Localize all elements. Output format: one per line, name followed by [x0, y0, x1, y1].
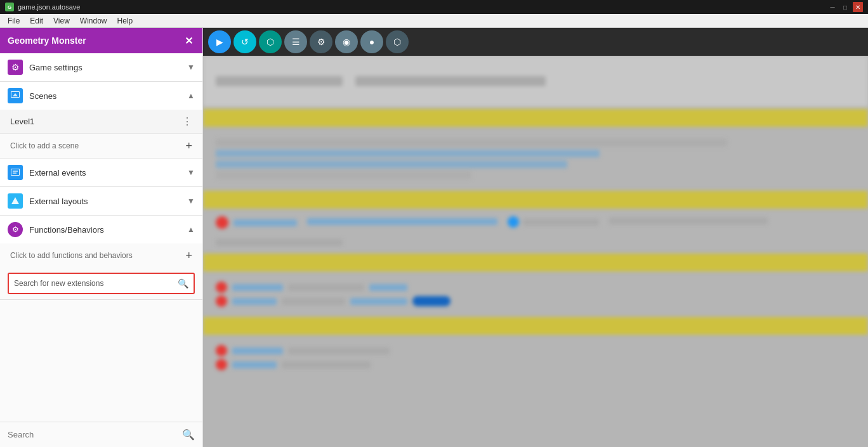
external-layouts-chevron: ▼ [187, 197, 195, 205]
scenes-chevron: ▲ [187, 91, 195, 100]
close-button[interactable]: ✕ [853, 2, 863, 12]
game-settings-chevron: ▼ [187, 63, 195, 72]
functions-behaviors-header[interactable]: ⚙ Functions/Behaviors ▲ [0, 216, 202, 243]
add-functions-button[interactable]: Click to add functions and behaviors + [0, 243, 202, 268]
game-settings-header[interactable]: ⚙ Game settings ▼ [0, 53, 202, 81]
toolbar-hex2-button[interactable]: ⬡ [386, 30, 409, 53]
section-scenes: Scenes ▲ Level1 ⋮ Click to add a scene + [0, 82, 202, 159]
toolbar-menu-button[interactable]: ☰ [284, 30, 307, 53]
search-input[interactable] [8, 430, 177, 439]
scenes-label: Scenes [29, 91, 181, 101]
menu-help[interactable]: Help [112, 15, 138, 27]
title-bar: G game.json.autosave ─ □ ✕ [0, 0, 868, 14]
sidebar: Geometry Monster ✕ ⚙ Game settings ▼ [0, 28, 203, 447]
svg-rect-4 [11, 169, 19, 175]
toolbar-refresh-button[interactable]: ↺ [233, 30, 256, 53]
level-item: Level1 ⋮ [0, 110, 202, 134]
search-icon[interactable]: 🔍 [182, 429, 195, 441]
functions-behaviors-chevron: ▲ [187, 225, 195, 234]
section-external-layouts: External layouts ▼ [0, 187, 202, 216]
menu-window[interactable]: Window [75, 15, 112, 27]
project-name: Geometry Monster [8, 36, 86, 46]
scenes-header[interactable]: Scenes ▲ [0, 82, 202, 110]
menu-file[interactable]: File [3, 15, 25, 27]
search-extensions-icon: 🔍 [178, 278, 188, 288]
external-layouts-header[interactable]: External layouts ▼ [0, 187, 202, 215]
search-extensions-label: Search for new extensions [14, 279, 173, 288]
app-logo: G [5, 3, 14, 11]
game-settings-label: Game settings [29, 63, 181, 72]
events-icon [8, 165, 23, 180]
level-more-button[interactable]: ⋮ [182, 115, 192, 127]
toolbar-dot-button[interactable]: ● [360, 30, 383, 53]
svg-marker-7 [11, 197, 19, 204]
toolbar-hex-button[interactable]: ⬡ [259, 30, 282, 53]
toolbar-play-button[interactable]: ▶ [208, 30, 231, 53]
add-scene-plus-icon: + [185, 139, 192, 153]
add-func-label: Click to add functions and behaviors [10, 251, 133, 260]
gear-icon: ⚙ [8, 60, 23, 75]
toolbar: ▶ ↺ ⬡ ☰ ⚙ ◉ ● ⬡ [203, 28, 868, 56]
toolbar-settings-button[interactable]: ⚙ [310, 30, 332, 53]
sidebar-close-button[interactable]: ✕ [182, 34, 195, 47]
minimize-button[interactable]: ─ [827, 2, 838, 12]
add-func-plus-icon: + [185, 249, 192, 262]
section-game-settings: ⚙ Game settings ▼ [0, 53, 202, 82]
sidebar-content: ⚙ Game settings ▼ Scenes ▲ Le [0, 53, 202, 422]
search-extensions-button[interactable]: Search for new extensions 🔍 [8, 273, 195, 294]
functions-icon: ⚙ [8, 222, 23, 237]
window-controls: ─ □ ✕ [827, 2, 863, 12]
sidebar-header: Geometry Monster ✕ [0, 28, 202, 53]
menu-bar: File Edit View Window Help [0, 14, 868, 28]
external-events-header[interactable]: External events ▼ [0, 159, 202, 186]
add-scene-label: Click to add a scene [10, 141, 79, 150]
main-content [203, 56, 868, 447]
toolbar-record-button[interactable]: ◉ [335, 30, 358, 53]
external-layouts-label: External layouts [29, 197, 181, 206]
functions-behaviors-label: Functions/Behaviors [29, 225, 181, 235]
level-name: Level1 [10, 117, 34, 126]
menu-view[interactable]: View [48, 15, 75, 27]
section-functions-behaviors: ⚙ Functions/Behaviors ▲ Click to add fun… [0, 216, 202, 300]
maximize-button[interactable]: □ [840, 2, 850, 12]
layouts-icon [8, 193, 23, 209]
add-scene-button[interactable]: Click to add a scene + [0, 134, 202, 158]
section-external-events: External events ▼ [0, 159, 202, 187]
sidebar-search: 🔍 [0, 422, 202, 447]
external-events-chevron: ▼ [187, 168, 195, 177]
external-events-label: External events [29, 168, 181, 178]
menu-edit[interactable]: Edit [25, 15, 48, 27]
window-title: game.json.autosave [18, 3, 80, 11]
scene-icon [8, 88, 23, 103]
